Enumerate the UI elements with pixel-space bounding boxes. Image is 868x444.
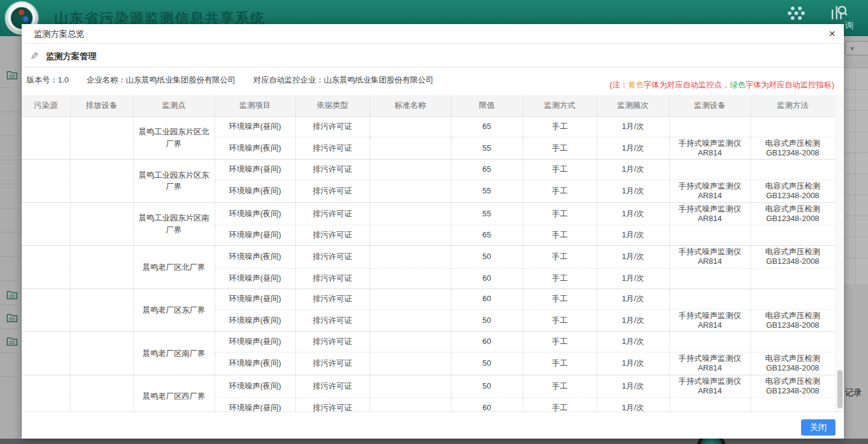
device-cell — [669, 116, 750, 137]
device-cell — [669, 160, 750, 180]
chart-search-icon[interactable] — [831, 5, 848, 20]
table-container: 污染源排放设备监测点监测项目依据类型标准名称限值监测方式监测频次监测设备监测方法… — [22, 95, 835, 411]
discharge-equipment-cell — [70, 289, 133, 332]
table-row: 晨鸣工业园东片区南厂界环境噪声(夜间)排污许可证55手工1月/次手持式噪声监测仪… — [22, 202, 835, 225]
mode-cell: 手工 — [523, 268, 597, 289]
limit-cell: 60 — [451, 289, 523, 309]
limit-cell: 50 — [451, 352, 523, 375]
basis-cell: 排污许可证 — [295, 225, 370, 246]
freq-cell: 1月/次 — [597, 202, 669, 225]
color-legend-note: (注：黄色字体为对应自动监控点，绿色字体为对应自动监控指标) — [609, 80, 834, 90]
method-cell: 电容式声压检测 GB12348-2008 — [750, 375, 835, 398]
pollution-source-cell — [22, 289, 70, 332]
mode-cell: 手工 — [523, 289, 597, 309]
pollution-source-cell — [22, 116, 70, 160]
table-row: 晨鸣工业园东片区北厂界环境噪声(昼间)排污许可证65手工1月/次 — [22, 116, 835, 137]
freq-cell: 1月/次 — [597, 246, 669, 269]
mode-cell: 手工 — [523, 309, 597, 332]
column-header: 监测频次 — [597, 95, 669, 116]
column-header: 监测点 — [133, 95, 215, 116]
item-cell: 环境噪声(昼间) — [215, 116, 295, 137]
method-cell — [750, 268, 835, 289]
device-cell: 手持式噪声监测仪 AR814 — [669, 375, 750, 398]
item-cell: 环境噪声(夜间) — [215, 180, 295, 203]
mode-cell: 手工 — [523, 180, 597, 203]
mode-cell: 手工 — [523, 375, 597, 398]
device-cell: 手持式噪声监测仪 AR814 — [669, 352, 750, 375]
vertical-scrollbar[interactable] — [835, 95, 844, 411]
yellow-word: 黄色 — [628, 80, 644, 89]
freq-cell: 1月/次 — [597, 289, 669, 309]
method-cell — [750, 116, 835, 137]
standard-cell — [370, 268, 451, 289]
column-header: 监测方法 — [750, 95, 835, 116]
device-cell: 手持式噪声监测仪 AR814 — [669, 137, 750, 160]
item-cell: 环境噪声(昼间) — [215, 398, 295, 412]
basis-cell: 排污许可证 — [295, 375, 370, 398]
column-header: 污染源 — [22, 95, 70, 116]
freq-cell: 1月/次 — [597, 180, 669, 203]
standard-cell — [370, 375, 451, 398]
standard-cell — [370, 160, 451, 180]
limit-cell: 65 — [451, 160, 523, 180]
logo-blue-dot — [23, 16, 28, 22]
basis-cell: 排污许可证 — [295, 160, 370, 180]
item-cell: 环境噪声(夜间) — [215, 202, 295, 225]
method-cell: 电容式声压检测 GB12348-2008 — [750, 202, 835, 225]
mode-cell: 手工 — [523, 332, 597, 352]
discharge-equipment-cell — [70, 116, 133, 160]
modal-footer: 关闭 — [22, 411, 844, 439]
close-icon[interactable]: × — [829, 28, 835, 40]
item-cell: 环境噪声(昼间) — [215, 289, 295, 309]
basis-cell: 排污许可证 — [295, 289, 370, 309]
section-header: ✎ 监测方案管理 — [22, 45, 844, 67]
apps-dots-icon[interactable] — [787, 5, 805, 22]
basis-cell: 排污许可证 — [295, 332, 370, 352]
freq-cell: 1月/次 — [597, 309, 669, 332]
pollution-source-cell — [22, 375, 70, 411]
item-cell: 环境噪声(夜间) — [215, 137, 295, 160]
limit-cell: 55 — [451, 180, 523, 203]
method-cell: 电容式声压检测 GB12348-2008 — [750, 137, 835, 160]
mode-cell: 手工 — [523, 202, 597, 225]
freq-cell: 1月/次 — [597, 398, 669, 412]
standard-cell — [370, 116, 451, 137]
header-row: 污染源排放设备监测点监测项目依据类型标准名称限值监测方式监测频次监测设备监测方法 — [22, 95, 835, 116]
device-cell — [669, 332, 750, 352]
device-cell — [669, 398, 750, 412]
monitoring-point-cell: 晨鸣老厂区南厂界 — [133, 332, 215, 375]
method-cell — [750, 332, 835, 352]
mode-cell: 手工 — [523, 116, 597, 137]
pollution-source-cell — [22, 160, 70, 203]
discharge-equipment-cell — [70, 246, 133, 289]
monitoring-plan-modal: 监测方案总览 × ✎ 监测方案管理 版本号：1.0 企业名称：山东晨鸣纸业集团股… — [22, 24, 844, 439]
column-header: 依据类型 — [295, 95, 370, 116]
table-row: 晨鸣老厂区南厂界环境噪声(昼间)排污许可证60手工1月/次 — [22, 332, 835, 352]
device-cell: 手持式噪声监测仪 AR814 — [669, 202, 750, 225]
item-cell: 环境噪声(夜间) — [215, 246, 295, 269]
device-cell: 手持式噪声监测仪 AR814 — [669, 180, 750, 203]
basis-cell: 排污许可证 — [295, 246, 370, 269]
monitoring-point-cell: 晨鸣老厂区西厂界 — [133, 375, 215, 411]
freq-cell: 1月/次 — [597, 116, 669, 137]
scrollbar-thumb[interactable] — [837, 370, 843, 408]
section-title: 监测方案管理 — [46, 51, 96, 62]
method-cell — [750, 160, 835, 180]
basis-cell: 排污许可证 — [295, 398, 370, 412]
item-cell: 环境噪声(夜间) — [215, 352, 295, 375]
basis-cell: 排污许可证 — [295, 137, 370, 160]
column-header: 监测项目 — [215, 95, 295, 116]
limit-cell: 50 — [451, 246, 523, 269]
close-button[interactable]: 关闭 — [801, 419, 835, 436]
limit-cell: 60 — [451, 398, 523, 412]
standard-cell — [370, 309, 451, 332]
logo-red-dot — [19, 10, 24, 15]
freq-cell: 1月/次 — [597, 352, 669, 375]
mode-cell: 手工 — [523, 246, 597, 269]
method-cell — [750, 289, 835, 309]
monitoring-point-cell: 晨鸣老厂区北厂界 — [133, 246, 215, 289]
table-row: 晨鸣老厂区东厂界环境噪声(昼间)排污许可证60手工1月/次 — [22, 289, 835, 309]
pen-icon: ✎ — [30, 50, 39, 63]
column-header: 限值 — [451, 95, 523, 116]
plan-info-row: 版本号：1.0 企业名称：山东晨鸣纸业集团股份有限公司 对应自动监控企业：山东晨… — [27, 75, 449, 86]
